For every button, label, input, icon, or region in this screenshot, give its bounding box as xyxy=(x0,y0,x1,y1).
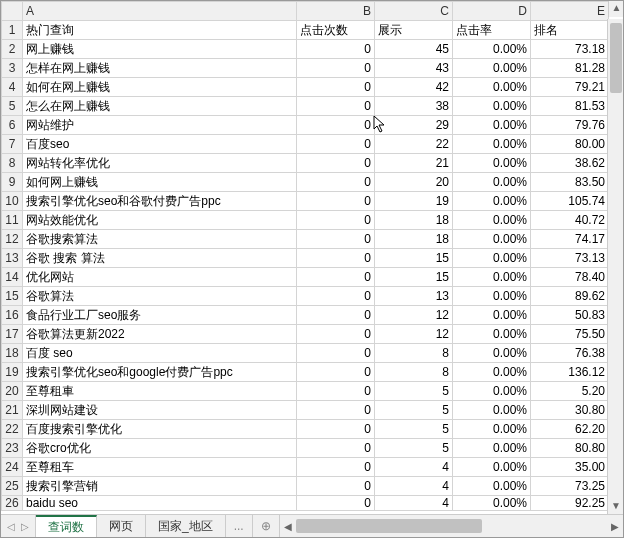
cell[interactable]: 0.00% xyxy=(453,154,531,173)
col-header-E[interactable]: E xyxy=(531,2,609,21)
cell[interactable]: 136.12 xyxy=(531,363,609,382)
cell[interactable]: 0.00% xyxy=(453,40,531,59)
cell[interactable]: 点击次数 xyxy=(297,21,375,40)
cell[interactable]: 0.00% xyxy=(453,59,531,78)
row-header[interactable]: 3 xyxy=(2,59,23,78)
cell[interactable]: 8 xyxy=(375,344,453,363)
cell[interactable]: 0 xyxy=(297,78,375,97)
cell[interactable]: 百度 seo xyxy=(23,344,297,363)
cell[interactable]: 0 xyxy=(297,306,375,325)
cell[interactable]: 75.50 xyxy=(531,325,609,344)
col-header-C[interactable]: C xyxy=(375,2,453,21)
scroll-right-button[interactable]: ▶ xyxy=(607,521,623,532)
row-header[interactable]: 12 xyxy=(2,230,23,249)
row-header[interactable]: 18 xyxy=(2,344,23,363)
cell[interactable]: 至尊租车 xyxy=(23,458,297,477)
row-header[interactable]: 10 xyxy=(2,192,23,211)
cell[interactable]: 38.62 xyxy=(531,154,609,173)
row-header[interactable]: 6 xyxy=(2,116,23,135)
cell[interactable]: 0.00% xyxy=(453,382,531,401)
cell[interactable]: 0.00% xyxy=(453,420,531,439)
cell[interactable]: 62.20 xyxy=(531,420,609,439)
cell[interactable]: 13 xyxy=(375,287,453,306)
cell[interactable]: 80.00 xyxy=(531,135,609,154)
cell[interactable]: 至尊租車 xyxy=(23,382,297,401)
cell[interactable]: 0.00% xyxy=(453,287,531,306)
nav-prev-icon[interactable]: ◁ xyxy=(7,521,15,532)
cell[interactable]: 15 xyxy=(375,249,453,268)
row-header[interactable]: 16 xyxy=(2,306,23,325)
cell[interactable]: 20 xyxy=(375,173,453,192)
cell[interactable]: 0 xyxy=(297,230,375,249)
sheet-tab-2[interactable]: 网页 xyxy=(97,515,146,537)
row-header[interactable]: 22 xyxy=(2,420,23,439)
cell[interactable]: 73.18 xyxy=(531,40,609,59)
select-all-corner[interactable] xyxy=(2,2,23,21)
cell[interactable]: 谷歌算法更新2022 xyxy=(23,325,297,344)
cell[interactable]: 谷歌算法 xyxy=(23,287,297,306)
cell[interactable]: 21 xyxy=(375,154,453,173)
sheet-tab-3[interactable]: 国家_地区 xyxy=(146,515,226,537)
cell[interactable]: 0.00% xyxy=(453,496,531,511)
cell[interactable]: 排名 xyxy=(531,21,609,40)
cell[interactable]: 80.80 xyxy=(531,439,609,458)
cell[interactable]: 42 xyxy=(375,78,453,97)
cell[interactable]: 79.76 xyxy=(531,116,609,135)
cell[interactable]: 0.00% xyxy=(453,268,531,287)
row-header[interactable]: 20 xyxy=(2,382,23,401)
cell[interactable]: 5.20 xyxy=(531,382,609,401)
cell[interactable]: 0 xyxy=(297,40,375,59)
row-header[interactable]: 4 xyxy=(2,78,23,97)
row-header[interactable]: 14 xyxy=(2,268,23,287)
cell[interactable]: 0.00% xyxy=(453,173,531,192)
row-header[interactable]: 5 xyxy=(2,97,23,116)
cell[interactable]: 4 xyxy=(375,477,453,496)
row-header[interactable]: 15 xyxy=(2,287,23,306)
cell[interactable]: 105.74 xyxy=(531,192,609,211)
row-header[interactable]: 23 xyxy=(2,439,23,458)
cell[interactable]: 89.62 xyxy=(531,287,609,306)
row-header[interactable]: 26 xyxy=(2,496,23,511)
cell[interactable]: 22 xyxy=(375,135,453,154)
cell[interactable]: 30.80 xyxy=(531,401,609,420)
row-header[interactable]: 17 xyxy=(2,325,23,344)
cell[interactable]: 0.00% xyxy=(453,192,531,211)
cell[interactable]: 5 xyxy=(375,439,453,458)
cell[interactable]: 81.53 xyxy=(531,97,609,116)
cell[interactable]: 0.00% xyxy=(453,135,531,154)
cell[interactable]: 40.72 xyxy=(531,211,609,230)
row-header[interactable]: 11 xyxy=(2,211,23,230)
cell[interactable]: 76.38 xyxy=(531,344,609,363)
sheet-tab-active[interactable]: 查词数 xyxy=(36,515,97,537)
cell[interactable]: 网站效能优化 xyxy=(23,211,297,230)
cell[interactable]: 0.00% xyxy=(453,477,531,496)
cell[interactable]: 网上赚钱 xyxy=(23,40,297,59)
cell[interactable]: 如何在网上赚钱 xyxy=(23,78,297,97)
cell[interactable]: 展示 xyxy=(375,21,453,40)
cell[interactable]: 73.13 xyxy=(531,249,609,268)
horizontal-scrollbar[interactable]: ◀ ▶ xyxy=(279,515,623,537)
scroll-left-button[interactable]: ◀ xyxy=(280,521,296,532)
cell[interactable]: 搜索引擎优化seo和谷歌付费广告ppc xyxy=(23,192,297,211)
cell[interactable]: 81.28 xyxy=(531,59,609,78)
sheet-tab-more[interactable]: ... xyxy=(226,515,253,537)
cell[interactable]: 0.00% xyxy=(453,249,531,268)
cell[interactable]: 0 xyxy=(297,477,375,496)
vertical-scroll-thumb[interactable] xyxy=(610,23,622,93)
cell[interactable]: 0.00% xyxy=(453,78,531,97)
cell[interactable]: 4 xyxy=(375,496,453,511)
cell[interactable]: 怎么在网上赚钱 xyxy=(23,97,297,116)
cell[interactable]: baidu seo xyxy=(23,496,297,511)
cell[interactable]: 0.00% xyxy=(453,458,531,477)
cell[interactable]: 百度seo xyxy=(23,135,297,154)
cell[interactable]: 83.50 xyxy=(531,173,609,192)
cell[interactable]: 谷歌 搜索 算法 xyxy=(23,249,297,268)
cell[interactable]: 18 xyxy=(375,211,453,230)
row-header[interactable]: 19 xyxy=(2,363,23,382)
cell[interactable]: 0 xyxy=(297,420,375,439)
cell[interactable]: 如何网上赚钱 xyxy=(23,173,297,192)
spreadsheet-grid[interactable]: A B C D E 1热门查询点击次数展示点击率排名2网上赚钱0450.00%7… xyxy=(1,1,623,515)
cell[interactable]: 0 xyxy=(297,154,375,173)
row-header[interactable]: 13 xyxy=(2,249,23,268)
cell[interactable]: 0 xyxy=(297,97,375,116)
